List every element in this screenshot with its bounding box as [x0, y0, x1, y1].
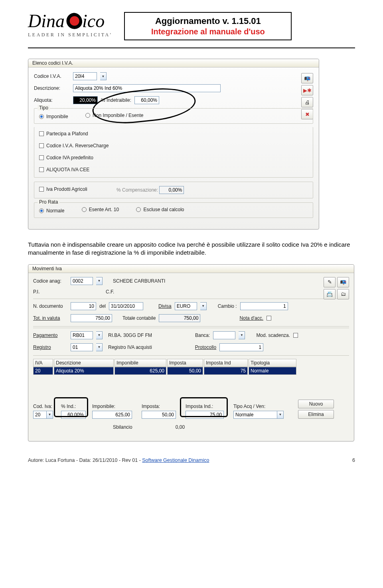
prorata-group: Pro Rata Normale Esente Art. 10 Escluse … — [34, 202, 313, 218]
nota-check[interactable] — [267, 316, 271, 321]
label-tot-valuta: Tot. in valuta — [33, 315, 67, 321]
tipo-acq-input[interactable] — [233, 411, 277, 419]
exit-icon[interactable]: 📭 — [301, 73, 313, 83]
list-icon[interactable]: 📇 — [324, 289, 336, 299]
tot-valuta-input[interactable] — [71, 314, 112, 322]
registro-input[interactable] — [71, 343, 93, 351]
radio-escluse[interactable]: Escluse dal calcolo — [136, 207, 184, 212]
descrizione-input[interactable] — [73, 84, 221, 92]
brand-name-right: ico — [82, 11, 105, 31]
label-tipo-acq: Tipo Acq / Ven: — [233, 404, 294, 409]
dropdown-icon[interactable]: ▼ — [47, 411, 53, 419]
brand-logo: Dinaico LEADER IN SEMPLICITA' — [28, 12, 112, 38]
highlight-box-impind — [180, 397, 228, 417]
elimina-button[interactable]: Elimina — [298, 410, 334, 419]
divisa-input[interactable] — [175, 302, 197, 310]
brand-name-left: Dina — [28, 11, 65, 31]
page-footer: Autore: Luca Fortuna - Data: 26/11/2010 … — [28, 457, 355, 463]
title-box: Aggiornamento v. 1.15.01 Integrazione al… — [124, 12, 292, 40]
iva-codes-window: Elenco codici I.V.A. 📭 ▶✱ 🖨 ✖ Codice I.V… — [28, 59, 319, 230]
mod-scad-check[interactable] — [293, 333, 298, 338]
radio-non-imponibile[interactable]: Non Imponibile / Esente — [85, 113, 143, 118]
label-protocollo: Protocollo — [195, 344, 216, 350]
title-line1: Aggiornamento v. 1.15.01 — [132, 16, 284, 26]
cod-iva-input[interactable] — [33, 411, 47, 419]
label-cod-iva: Cod. Iva: — [33, 404, 57, 409]
check-cee[interactable]: ALIQUOTA IVA CEE — [39, 167, 89, 172]
label-cambio: Cambio : — [218, 303, 237, 309]
flags-group-2: Iva Prodotti Agricoli % Compensazione: — [34, 182, 313, 198]
check-predef[interactable]: Codice IVA predefinito — [39, 155, 93, 160]
tot-contabile-value — [159, 314, 200, 322]
footer-link[interactable]: Software Gestionale Dinamico — [142, 457, 209, 463]
dropdown-icon[interactable]: ▼ — [96, 343, 103, 351]
date-input[interactable] — [109, 302, 143, 310]
label-nota: Nota d'acc. — [239, 315, 263, 321]
swirl-icon — [63, 11, 84, 32]
radio-normale[interactable]: Normale — [39, 208, 64, 214]
imponibile-input[interactable] — [92, 411, 132, 419]
dropdown-icon[interactable]: ▼ — [96, 331, 103, 339]
label-codice-anag: Codice anag: — [33, 278, 67, 284]
footer-text: Autore: Luca Fortuna - Data: 26/11/2010 … — [28, 457, 142, 463]
nuovo-button[interactable]: Nuovo — [298, 400, 334, 408]
indetraibile-input[interactable] — [134, 96, 159, 104]
pagamento-desc: RI.BA. 30GG DF FM — [108, 333, 152, 338]
brand-tagline: LEADER IN SEMPLICITA' — [28, 32, 112, 38]
label-del: del — [99, 303, 106, 309]
edit-icon[interactable]: ✎ — [324, 277, 336, 287]
body-paragraph: Tuttavia non è indispensabile creare un … — [28, 241, 355, 257]
movimenti-iva-window: Movimenti Iva ✎ 📭 📇 🗂 Codice anag: ▼ SCH… — [28, 264, 354, 441]
anag-desc: SCHEDE CARBURANTI — [113, 278, 165, 284]
page-number: 6 — [352, 457, 355, 463]
page-header: Dinaico LEADER IN SEMPLICITA' Aggiorname… — [28, 12, 355, 40]
ledger-icon[interactable]: 🗂 — [337, 289, 349, 299]
header-divider — [28, 48, 355, 48]
window-title: Elenco codici I.V.A. — [28, 59, 319, 67]
label-indetraibile: % Indetraibile: — [101, 97, 131, 103]
banca-input[interactable] — [213, 331, 235, 339]
label-aliquota: Aliquota: — [34, 97, 70, 103]
imposta-input[interactable] — [142, 411, 176, 419]
title-line2: Integrazione al manuale d'uso — [132, 27, 284, 36]
dropdown-icon[interactable]: ▼ — [100, 72, 107, 80]
tipo-group-title: Tipo — [38, 105, 50, 111]
codice-anag-input[interactable] — [71, 277, 93, 285]
label-ndoc: N. documento — [33, 303, 67, 309]
label-pi: P.I. — [33, 289, 67, 295]
label-descrizione: Descrizione: — [34, 85, 70, 91]
protocollo-input[interactable] — [219, 343, 263, 351]
radio-esente[interactable]: Esente Art. 10 — [82, 207, 119, 212]
label-compensazione: % Compensazione: — [116, 187, 158, 193]
pagamento-input[interactable] — [71, 331, 93, 339]
label-mod-scad: Mod. scadenza. — [256, 333, 290, 338]
aliquota-input[interactable] — [73, 96, 98, 104]
ndoc-input[interactable] — [71, 302, 96, 310]
flags-group-1: Partecipa a Plafond Codice I.V.A. Revers… — [34, 127, 313, 178]
label-imponibile: Imponibile: — [92, 404, 138, 409]
first-record-icon[interactable]: ▶✱ — [301, 85, 313, 95]
label-sbilancio: Sbilancio — [113, 424, 132, 430]
check-plafond[interactable]: Partecipa a Plafond — [39, 131, 88, 137]
print-icon[interactable]: 🖨 — [301, 97, 313, 107]
dropdown-icon[interactable]: ▼ — [200, 302, 207, 310]
label-tot-contabile: Totale contabile — [122, 315, 156, 321]
check-agricoli[interactable]: Iva Prodotti Agricoli — [39, 186, 87, 192]
label-cf: C.F. — [106, 289, 114, 295]
check-reverse[interactable]: Codice I.V.A. ReverseCharge — [39, 143, 109, 148]
radio-imponibile[interactable]: Imponibile — [39, 114, 68, 119]
window2-title: Movimenti Iva — [28, 265, 354, 273]
document-page: Dinaico LEADER IN SEMPLICITA' Aggiorname… — [0, 0, 383, 475]
cambio-input[interactable] — [240, 302, 288, 310]
label-pagamento: Pagamento — [33, 333, 67, 338]
iva-table-header: IVA Descrizione Imponibile Imposta Impos… — [33, 359, 349, 367]
label-codice-iva: Codice I.V.A. — [34, 73, 70, 79]
codice-iva-input[interactable] — [73, 72, 97, 80]
dropdown-icon[interactable]: ▼ — [277, 411, 284, 419]
dropdown-icon[interactable]: ▼ — [239, 331, 245, 339]
dropdown-icon[interactable]: ▼ — [96, 277, 103, 285]
label-divisa: Divisa — [158, 303, 172, 309]
exit-icon-2[interactable]: 📭 — [337, 277, 349, 287]
value-sbilancio: 0,00 — [176, 424, 185, 430]
table-row[interactable]: 20 Aliquota 20% 625,00 50,00 75 Normale — [33, 367, 349, 375]
